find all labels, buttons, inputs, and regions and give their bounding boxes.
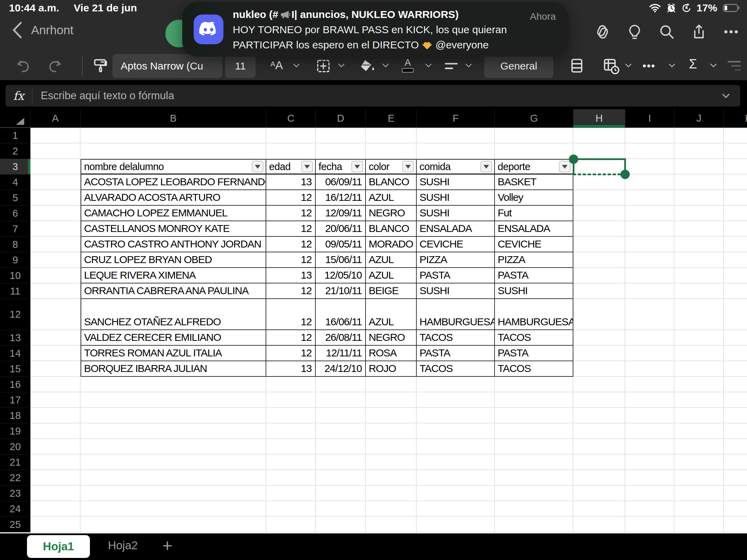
row-header-4[interactable]: 4 — [0, 175, 30, 190]
cell-C12[interactable]: 12 — [266, 299, 316, 330]
cell-A9[interactable] — [30, 252, 81, 268]
cell-D19[interactable] — [316, 423, 366, 439]
cell-B8[interactable]: CASTRO CASTRO ANTHONY JORDAN — [81, 237, 266, 252]
cell-B10[interactable]: LEQUE RIVERA XIMENA — [81, 268, 266, 283]
cell-D16[interactable] — [316, 377, 366, 392]
cell-B5[interactable]: ALVARADO ACOSTA ARTURO — [81, 190, 266, 206]
cell-E22[interactable] — [366, 470, 417, 486]
alignment-chevron-icon[interactable] — [465, 63, 472, 68]
freeze-panes-icon[interactable] — [569, 57, 585, 74]
cell-H17[interactable] — [573, 392, 625, 408]
cell-G1[interactable] — [495, 128, 573, 143]
cell-B20[interactable] — [81, 439, 266, 455]
cell-E19[interactable] — [366, 423, 417, 439]
cell-C5[interactable]: 12 — [266, 190, 316, 206]
more-formatting-chevron-icon[interactable] — [668, 63, 676, 68]
column-header-A[interactable]: A — [30, 109, 81, 127]
cell-G12[interactable]: HAMBURGUESA — [495, 299, 573, 330]
cell-J10[interactable] — [674, 268, 724, 283]
copilot-icon[interactable] — [594, 24, 611, 40]
cell-G20[interactable] — [495, 439, 573, 455]
cell-C14[interactable]: 12 — [266, 346, 316, 361]
cell-I1[interactable] — [625, 128, 674, 143]
cell-I11[interactable] — [625, 283, 674, 299]
cell-D9[interactable]: 15/06/11 — [316, 252, 366, 268]
cell-E9[interactable]: AZUL — [366, 252, 417, 268]
undo-button[interactable] — [15, 58, 31, 74]
share-icon[interactable] — [691, 24, 707, 40]
column-header-F[interactable]: F — [417, 109, 495, 127]
cell-I4[interactable] — [625, 175, 674, 190]
cell-K2[interactable] — [724, 143, 747, 159]
cell-B9[interactable]: CRUZ LOPEZ BRYAN OBED — [81, 252, 266, 268]
cell-B4[interactable]: ACOSTA LOPEZ LEOBARDO FERNANDO — [81, 175, 266, 190]
cell-H5[interactable] — [573, 190, 625, 206]
cell-E12[interactable]: AZUL — [366, 299, 417, 330]
cell-C24[interactable] — [266, 501, 316, 517]
cell-D14[interactable]: 12/11/11 — [316, 346, 366, 361]
cell-K23[interactable] — [724, 486, 747, 501]
cell-J24[interactable] — [674, 501, 724, 517]
filter-button[interactable] — [402, 161, 414, 172]
cell-B19[interactable] — [81, 423, 266, 439]
cell-C3[interactable]: edad — [266, 159, 316, 175]
cell-I12[interactable] — [625, 299, 674, 330]
add-sheet-button[interactable]: + — [156, 533, 178, 558]
more-menu-icon[interactable] — [723, 24, 739, 40]
cell-H14[interactable] — [573, 346, 625, 361]
redo-button[interactable] — [47, 58, 63, 74]
cell-I15[interactable] — [625, 361, 674, 377]
cell-D1[interactable] — [316, 128, 366, 143]
format-painter-icon[interactable] — [92, 57, 109, 74]
cell-H25[interactable] — [573, 517, 625, 532]
cell-C9[interactable]: 12 — [266, 252, 316, 268]
cell-J19[interactable] — [674, 423, 724, 439]
cell-K9[interactable] — [724, 252, 747, 268]
cell-I24[interactable] — [625, 501, 674, 517]
cell-A25[interactable] — [30, 517, 81, 532]
cell-H20[interactable] — [573, 439, 625, 455]
cell-H2[interactable] — [573, 143, 625, 159]
cell-D24[interactable] — [316, 501, 366, 517]
row-header-21[interactable]: 21 — [0, 455, 30, 470]
fill-color-icon[interactable] — [360, 58, 376, 74]
row-header-20[interactable]: 20 — [0, 439, 30, 455]
cell-D13[interactable]: 26/08/11 — [316, 330, 366, 346]
table-options-chevron-icon[interactable] — [625, 63, 632, 68]
cell-A6[interactable] — [30, 206, 81, 221]
cell-H15[interactable] — [573, 361, 625, 377]
cell-B3[interactable]: nombre delalumno — [81, 159, 266, 175]
cell-F23[interactable] — [417, 486, 495, 501]
cell-C8[interactable]: 12 — [266, 237, 316, 252]
row-header-23[interactable]: 23 — [0, 486, 30, 501]
cell-K14[interactable] — [724, 346, 747, 361]
cell-I18[interactable] — [625, 408, 674, 423]
cell-C15[interactable]: 13 — [266, 361, 316, 377]
cell-D2[interactable] — [316, 143, 366, 159]
cell-A12[interactable] — [30, 299, 81, 330]
cell-K4[interactable] — [724, 175, 747, 190]
cell-E10[interactable]: AZUL — [366, 268, 417, 283]
cell-F1[interactable] — [417, 128, 495, 143]
cell-B1[interactable] — [81, 128, 266, 143]
cell-H1[interactable] — [573, 128, 625, 143]
cell-H6[interactable] — [573, 206, 625, 221]
cell-D8[interactable]: 09/05/11 — [316, 237, 366, 252]
cell-A16[interactable] — [30, 377, 81, 392]
cell-H22[interactable] — [573, 470, 625, 486]
cell-E23[interactable] — [366, 486, 417, 501]
column-header-C[interactable]: C — [266, 109, 316, 127]
cell-K25[interactable] — [724, 517, 747, 532]
cell-G18[interactable] — [495, 408, 573, 423]
cell-E18[interactable] — [366, 408, 417, 423]
cell-K15[interactable] — [724, 361, 747, 377]
row-header-18[interactable]: 18 — [0, 408, 30, 423]
cell-C6[interactable]: 12 — [266, 206, 316, 221]
cell-A5[interactable] — [30, 190, 81, 206]
cell-F18[interactable] — [417, 408, 495, 423]
row-header-6[interactable]: 6 — [0, 206, 30, 221]
cell-D17[interactable] — [316, 392, 366, 408]
cell-E15[interactable]: ROJO — [366, 361, 417, 377]
row-header-25[interactable]: 25 — [0, 517, 30, 532]
cell-A7[interactable] — [30, 221, 81, 237]
